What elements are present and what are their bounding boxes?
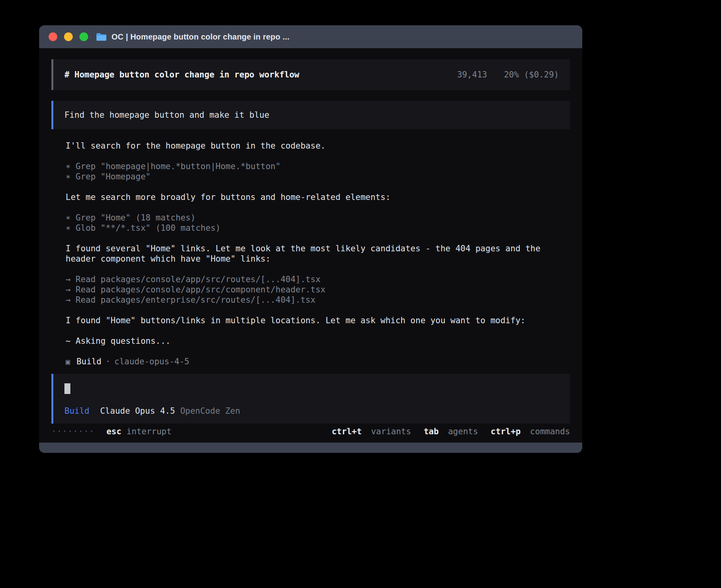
window-titlebar[interactable]: OC | Homepage button color change in rep… (39, 25, 582, 48)
window-footer-strip (39, 443, 582, 453)
context-usage: 20% ($0.29) (504, 70, 559, 79)
agent-icon: ▣ (66, 356, 70, 367)
agent-badge: ▣ Build · claude-opus-4-5 (66, 356, 570, 367)
tool-call-read: → Read packages/console/app/src/componen… (66, 285, 570, 295)
text-cursor (64, 383, 70, 394)
session-header: # Homepage button color change in repo w… (51, 59, 570, 90)
shortcut-commands: ctrl+p commands (491, 427, 570, 436)
shortcut-label: variants (371, 427, 411, 436)
assistant-status-line: ~ Asking questions... (66, 336, 570, 346)
agent-model: claude-opus-4-5 (114, 356, 189, 367)
shortcut-key: tab (424, 427, 439, 436)
status-bar-right: ctrl+t variants tab agents ctrl+p comman… (319, 427, 570, 436)
token-count: 39,413 (457, 70, 487, 79)
folder-icon (96, 32, 107, 41)
titlebar-title-group: OC | Homepage button color change in rep… (96, 32, 289, 41)
tool-call-grep: ∗ Grep "Home" (18 matches) (66, 213, 570, 223)
input-provider-label: OpenCode Zen (180, 406, 240, 416)
tool-call-group: ∗ Grep "Home" (18 matches) ∗ Glob "**/*.… (66, 213, 570, 233)
user-message: Find the homepage button and make it blu… (51, 101, 570, 129)
tool-call-glob: ∗ Glob "**/*.tsx" (100 matches) (66, 223, 570, 233)
interrupt-key: esc (106, 427, 121, 436)
shortcut-key: ctrl+t (332, 427, 362, 436)
shortcut-key: ctrl+p (491, 427, 521, 436)
interrupt-label: interrupt (126, 427, 172, 436)
assistant-text: I found "Home" buttons/links in multiple… (66, 315, 570, 326)
tool-call-grep: ∗ Grep "Homepage" (66, 172, 570, 182)
spinner-dots: ········ (51, 427, 94, 436)
minimize-button[interactable] (64, 32, 73, 41)
terminal-window: OC | Homepage button color change in rep… (39, 25, 582, 453)
close-button[interactable] (49, 32, 57, 41)
agent-name: Build (76, 356, 101, 367)
session-usage-group: 39,413 20% ($0.29) (457, 70, 559, 79)
session-title: # Homepage button color change in repo w… (64, 70, 299, 79)
status-bar: ········ esc interrupt ctrl+t variants t… (51, 424, 570, 439)
traffic-lights (49, 32, 88, 41)
shortcut-label: commands (530, 427, 570, 436)
window-title: OC | Homepage button color change in rep… (111, 32, 289, 41)
desktop-background: OC | Homepage button color change in rep… (0, 0, 721, 588)
tool-call-read: → Read packages/console/app/src/routes/[… (66, 274, 570, 285)
input-model-label[interactable]: Claude Opus 4.5 (100, 406, 175, 416)
shortcut-variants: ctrl+t variants (332, 427, 411, 436)
assistant-text: I'll search for the homepage button in t… (66, 141, 570, 151)
agent-separator: · (106, 356, 111, 367)
tool-call-grep: ∗ Grep "homepage|home.*button|Home.*butt… (66, 161, 570, 172)
tool-call-read: → Read packages/enterprise/src/routes/[.… (66, 295, 570, 305)
status-bar-left: ········ esc interrupt (51, 427, 172, 436)
zoom-button[interactable] (79, 32, 88, 41)
shortcut-agents: tab agents (424, 427, 478, 436)
user-message-text: Find the homepage button and make it blu… (64, 110, 269, 120)
assistant-transcript: I'll search for the homepage button in t… (51, 141, 570, 367)
tool-call-group: → Read packages/console/app/src/routes/[… (66, 274, 570, 305)
input-mode-label[interactable]: Build (64, 406, 89, 416)
tool-call-group: ∗ Grep "homepage|home.*button|Home.*butt… (66, 161, 570, 182)
assistant-text: I found several "Home" links. Let me loo… (66, 243, 570, 264)
input-meta-row: Build Claude Opus 4.5 OpenCode Zen (64, 406, 559, 416)
assistant-text: Let me search more broadly for buttons a… (66, 192, 570, 202)
shortcut-label: agents (448, 427, 478, 436)
terminal-content: # Homepage button color change in repo w… (39, 48, 582, 443)
prompt-input[interactable]: Build Claude Opus 4.5 OpenCode Zen (51, 374, 570, 424)
